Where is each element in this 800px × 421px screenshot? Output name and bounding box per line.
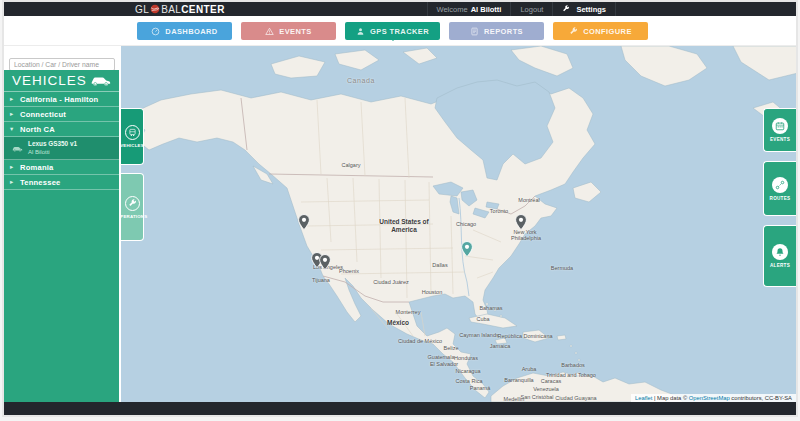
logo-text-2: BAL bbox=[161, 4, 181, 15]
chevron-down-icon: ▾ bbox=[10, 125, 20, 133]
main-area: VEHICLES ▸California - Hamilton▸Connecti… bbox=[4, 46, 796, 402]
settings-button[interactable]: Settings bbox=[552, 2, 616, 16]
side-tab-label: OPERATIONS bbox=[117, 214, 148, 219]
wrench-icon bbox=[125, 196, 140, 211]
tab-events[interactable]: EVENTS bbox=[241, 22, 336, 40]
active-tab-pointer bbox=[389, 37, 397, 45]
tab-label: CONFIGURE bbox=[583, 27, 632, 36]
vehicles-panel: VEHICLES ▸California - Hamilton▸Connecti… bbox=[4, 70, 119, 402]
side-tab-vehicles[interactable]: VEHICLES bbox=[121, 108, 144, 165]
welcome-message: WelcomeAl Bilotti bbox=[427, 2, 511, 16]
vehicle-driver: Al Bilotti bbox=[28, 149, 77, 157]
vehicle-name: Lexus GS350 v1 bbox=[28, 140, 77, 149]
events-panel-button[interactable]: EVENTS bbox=[763, 108, 796, 152]
vehicle-group-tennessee[interactable]: ▸Tennessee bbox=[4, 175, 119, 190]
group-label: North CA bbox=[20, 125, 55, 134]
tab-label: GPS TRACKER bbox=[370, 27, 429, 36]
side-tab-label: VEHICLES bbox=[120, 143, 144, 148]
nav-tabs: DASHBOARDEVENTSGPS TRACKERREPORTSCONFIGU… bbox=[137, 22, 657, 40]
tab-gps-tracker[interactable]: GPS TRACKER bbox=[345, 22, 440, 40]
vehicle-group-romania[interactable]: ▸Romania bbox=[4, 160, 119, 175]
map-attribution: Leaflet | Map data © OpenStreetMap contr… bbox=[631, 394, 796, 402]
bus-icon bbox=[125, 125, 140, 140]
tab-reports[interactable]: REPORTS bbox=[449, 22, 544, 40]
app-logo: GL BAL CENTER bbox=[135, 2, 225, 16]
chevron-right-icon: ▸ bbox=[10, 163, 20, 171]
logo-text-1: GL bbox=[135, 4, 149, 15]
panel-title: VEHICLES bbox=[12, 73, 87, 88]
map-canvas[interactable]: CanadaCalgaryUnited States of AmericaChi… bbox=[121, 46, 796, 402]
pin-new-york[interactable] bbox=[515, 214, 527, 230]
tab-configure[interactable]: CONFIGURE bbox=[553, 22, 648, 40]
tab-label: EVENTS bbox=[279, 27, 311, 36]
pin-north-california[interactable] bbox=[298, 214, 310, 230]
side-tab-operations[interactable]: OPERATIONS bbox=[121, 173, 144, 241]
routes-panel-button[interactable]: ROUTES bbox=[763, 161, 796, 216]
group-label: Tennessee bbox=[20, 178, 61, 187]
car-icon bbox=[90, 72, 111, 90]
app-window: GL BAL CENTER WelcomeAl Bilotti Logout S… bbox=[2, 0, 798, 417]
nav-strip: DASHBOARDEVENTSGPS TRACKERREPORTSCONFIGU… bbox=[4, 16, 796, 46]
small-car-icon bbox=[12, 145, 23, 152]
vehicles-panel-header: VEHICLES bbox=[4, 70, 119, 92]
tab-dashboard[interactable]: DASHBOARD bbox=[137, 22, 232, 40]
vehicle-group-california-hamilton[interactable]: ▸California - Hamilton bbox=[4, 92, 119, 107]
group-label: Connecticut bbox=[20, 110, 66, 119]
chevron-right-icon: ▸ bbox=[10, 95, 20, 103]
header-user-area: WelcomeAl Bilotti Logout Settings bbox=[427, 2, 617, 16]
pin-selected-vehicle[interactable] bbox=[461, 241, 473, 257]
pin-los-angeles-2[interactable] bbox=[319, 254, 331, 270]
panel-button-label: ROUTES bbox=[770, 196, 791, 201]
wrench-icon bbox=[562, 5, 570, 13]
vehicle-group-list: ▸California - Hamilton▸Connecticut▾North… bbox=[4, 92, 119, 190]
bell-icon bbox=[772, 244, 788, 260]
vehicles-sidebar: VEHICLES ▸California - Hamilton▸Connecti… bbox=[4, 46, 121, 402]
vehicle-item-lexus-gs350-v1[interactable]: Lexus GS350 v1Al Bilotti bbox=[4, 137, 119, 160]
vehicle-group-north-ca[interactable]: ▾North CA bbox=[4, 122, 119, 137]
gauge-icon bbox=[151, 27, 160, 36]
chevron-right-icon: ▸ bbox=[10, 178, 20, 186]
tools-icon bbox=[569, 27, 578, 36]
group-label: Romania bbox=[20, 163, 53, 172]
panel-button-label: EVENTS bbox=[770, 137, 790, 142]
logo-text-3: CENTER bbox=[181, 4, 225, 15]
group-label: California - Hamilton bbox=[20, 95, 98, 104]
vehicle-group-connecticut[interactable]: ▸Connecticut bbox=[4, 107, 119, 122]
calendar-icon bbox=[772, 118, 788, 134]
map-side-buttons: EVENTSROUTESALERTS bbox=[763, 108, 796, 296]
search-area bbox=[4, 46, 119, 70]
footer-bar bbox=[4, 402, 796, 417]
warning-icon bbox=[265, 27, 274, 36]
alerts-panel-button[interactable]: ALERTS bbox=[763, 225, 796, 287]
tab-label: REPORTS bbox=[484, 27, 523, 36]
person-icon bbox=[356, 27, 365, 36]
chevron-right-icon: ▸ bbox=[10, 110, 20, 118]
leaflet-link[interactable]: Leaflet bbox=[635, 395, 652, 401]
sidebar-edge-tabs: VEHICLESOPERATIONS bbox=[121, 108, 144, 249]
globe-icon bbox=[150, 4, 160, 14]
panel-button-label: ALERTS bbox=[770, 263, 790, 268]
user-name: Al Bilotti bbox=[471, 5, 502, 14]
top-header: GL BAL CENTER WelcomeAl Bilotti Logout S… bbox=[4, 2, 796, 16]
map-pins bbox=[121, 46, 796, 402]
osm-link[interactable]: OpenStreetMap bbox=[689, 395, 730, 401]
logout-link[interactable]: Logout bbox=[510, 2, 552, 16]
route-icon bbox=[772, 177, 788, 193]
tab-label: DASHBOARD bbox=[165, 27, 217, 36]
report-icon bbox=[470, 27, 479, 36]
